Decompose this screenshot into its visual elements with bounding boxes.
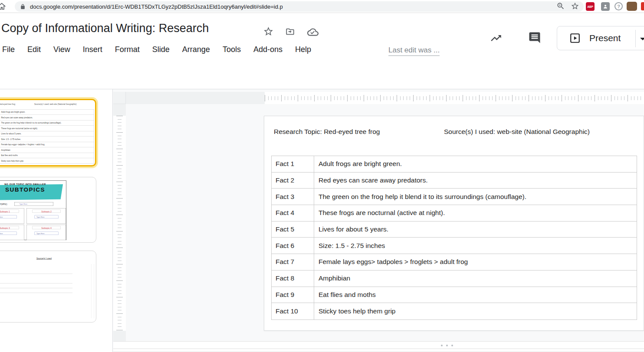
slide-filmstrip[interactable]: Research Topic: Red-eyed tree frog Sourc… bbox=[0, 89, 113, 352]
menu-view[interactable]: View bbox=[53, 45, 70, 54]
thumb1-sources-text: Source(s) I used: web-site (National Geo… bbox=[34, 103, 77, 105]
zoom-page-icon[interactable] bbox=[556, 2, 565, 10]
fact-table-row[interactable]: Fact 10 Sticky toes help them grip bbox=[272, 303, 637, 319]
menu-slide[interactable]: Slide bbox=[152, 45, 170, 54]
menu-tools[interactable]: Tools bbox=[223, 45, 241, 54]
present-label: Present bbox=[589, 33, 621, 43]
edge-extension-icon[interactable] bbox=[641, 2, 644, 10]
fact-table-row[interactable]: Fact 5 Lives for about 5 years. bbox=[272, 222, 637, 238]
thumb2-type-here-box: Type Here bbox=[0, 232, 17, 235]
fact-table-row[interactable]: Fact 4 These frogs are nocturnal (active… bbox=[272, 205, 637, 222]
fact-table-row[interactable]: Fact 7 Female lays eggs> tadpoles > frog… bbox=[272, 254, 637, 271]
fact-label-cell[interactable]: Fact 10 bbox=[272, 303, 314, 319]
thumb1-fact-row: Eat flies and moths bbox=[0, 153, 94, 159]
slide-thumbnail-1-selected[interactable]: Research Topic: Red-eyed tree frog Sourc… bbox=[0, 99, 96, 166]
browser-toolbar: docs.google.com/presentation/d/1Erc-WDB1… bbox=[0, 0, 644, 13]
menu-addons[interactable]: Add-ons bbox=[253, 45, 283, 54]
speaker-notes-area[interactable] bbox=[113, 349, 644, 352]
menu-arrange[interactable]: Arrange bbox=[182, 45, 210, 54]
thumb2-worksheet: NG OUR TOPIC INTO SMALLER SUBTOPICS TOPI… bbox=[0, 180, 66, 240]
browser-avatar-icon[interactable] bbox=[627, 2, 637, 11]
fact-table-row[interactable]: Fact 1 Adult frogs are bright green. bbox=[272, 156, 637, 173]
thumb2-subtopic1-cell: Subtopic 1 Type Here bbox=[0, 208, 24, 224]
vertical-ruler[interactable] bbox=[113, 104, 126, 341]
fact-label-cell[interactable]: Fact 4 bbox=[272, 205, 314, 221]
fact-text-cell[interactable]: Adult frogs are bright green. bbox=[314, 156, 637, 172]
menu-format[interactable]: Format bbox=[115, 45, 140, 54]
fact-table-row[interactable]: Fact 9 Eat flies and moths bbox=[272, 287, 637, 303]
thumb1-fact-row: The green on the frog help it blend it t… bbox=[0, 121, 94, 126]
thumb2-banner-line2: SUBTOPICS bbox=[0, 186, 66, 193]
fact-text-cell[interactable]: Eat flies and moths bbox=[314, 287, 637, 303]
thumb1-fact-row: Sticky toes help them grip bbox=[0, 158, 94, 164]
url-text[interactable]: docs.google.com/presentation/d/1Erc-WDB1… bbox=[30, 3, 283, 10]
thumb2-type-here-box: Type Here bbox=[35, 232, 59, 235]
fact-text-cell[interactable]: Size: 1.5 - 2.75 inches bbox=[314, 238, 637, 254]
thumb2-topic-label: TOPIC: bbox=[0, 202, 8, 205]
research-topic-text[interactable]: Research Topic: Red-eyed tree frog bbox=[274, 128, 380, 136]
document-title[interactable]: Copy of Informational Writing: Research bbox=[1, 22, 209, 35]
fact-label-cell[interactable]: Fact 5 bbox=[272, 222, 314, 238]
lock-icon bbox=[20, 3, 26, 10]
fact-text-cell[interactable]: The green on the frog help it blend it t… bbox=[314, 189, 637, 205]
menu-file[interactable]: File bbox=[2, 45, 15, 54]
sources-text[interactable]: Source(s) I used: web-site (National Geo… bbox=[444, 128, 590, 136]
thumb2-subtopic4-cell: Subtopic 4 Type Here bbox=[26, 225, 66, 240]
thumb1-fact-row: Amphibian bbox=[0, 147, 94, 153]
bookmark-star-icon[interactable] bbox=[571, 2, 579, 10]
fact-label-cell[interactable]: Fact 8 bbox=[272, 271, 314, 287]
menu-insert[interactable]: Insert bbox=[83, 45, 102, 54]
google-slides-app: { "browser": { "url": "docs.google.com/p… bbox=[0, 0, 644, 352]
cloud-saved-icon[interactable] bbox=[307, 27, 319, 36]
fact-label-cell[interactable]: Fact 3 bbox=[272, 189, 314, 205]
fact-label-cell[interactable]: Fact 9 bbox=[272, 287, 314, 303]
fact-text-cell[interactable]: Lives for about 5 years. bbox=[314, 222, 637, 238]
fact-text-cell[interactable]: These frogs are nocturnal (active at nig… bbox=[314, 205, 637, 221]
slide-thumbnail-3[interactable]: Source(s) I used bbox=[0, 251, 96, 323]
fact-text-cell[interactable]: Female lays eggs> tadpoles > froglets > … bbox=[314, 254, 637, 270]
thumb1-fact-row: Adult frogs are bright green. bbox=[0, 110, 94, 115]
fact-label-cell[interactable]: Fact 6 bbox=[272, 238, 314, 254]
horizontal-ruler[interactable] bbox=[126, 92, 644, 104]
menu-help[interactable]: Help bbox=[295, 45, 311, 54]
menu-edit[interactable]: Edit bbox=[27, 45, 41, 54]
fact-table-row[interactable]: Fact 6 Size: 1.5 - 2.75 inches bbox=[272, 238, 637, 254]
speaker-notes-divider[interactable] bbox=[113, 341, 644, 349]
fact-table-row[interactable]: Fact 2 Red eyes can scare away predators… bbox=[272, 173, 637, 189]
help-extension-icon[interactable]: ? bbox=[614, 2, 623, 10]
last-edit-link[interactable]: Last edit was ... bbox=[388, 46, 440, 56]
thumb3-vline bbox=[91, 264, 92, 318]
thumb1-fact-row: Female lays eggs> tadpoles > froglets > … bbox=[0, 142, 94, 148]
thumb1-topic-text: Research Topic: Red-eyed tree frog bbox=[0, 103, 15, 105]
fact-label-cell[interactable]: Fact 1 bbox=[272, 156, 314, 172]
fact-text-cell[interactable]: Red eyes can scare away predators. bbox=[314, 173, 637, 189]
thumb1-fact-row: These frogs are nocturnal (active at nig… bbox=[0, 126, 94, 131]
thumb2-subtopic3-cell: Subtopic 3 Type Here bbox=[0, 225, 24, 240]
thumb1-facts-table: Adult frogs are bright green. Red eyes c… bbox=[0, 109, 94, 164]
fact-label-cell[interactable]: Fact 2 bbox=[272, 173, 314, 189]
extension-icon[interactable] bbox=[601, 2, 610, 11]
fact-text-cell[interactable]: Sticky toes help them grip bbox=[314, 303, 637, 319]
adblock-extension-icon[interactable]: ABP bbox=[586, 2, 595, 11]
present-dropdown-caret-icon[interactable] bbox=[640, 37, 644, 41]
thumb2-subtopic1-label: Subtopic 1 bbox=[0, 210, 19, 213]
star-document-icon[interactable] bbox=[263, 26, 274, 37]
fact-text-cell[interactable]: Amphibian bbox=[314, 271, 637, 287]
fact-table-row[interactable]: Fact 8 Amphibian bbox=[272, 271, 637, 287]
move-to-folder-icon[interactable] bbox=[285, 27, 296, 36]
activity-trending-icon[interactable] bbox=[490, 32, 503, 44]
fact-label-cell[interactable]: Fact 7 bbox=[272, 254, 314, 270]
thumb3-ruled-lines bbox=[0, 264, 72, 318]
drag-handle-dots-icon[interactable] bbox=[441, 345, 453, 346]
present-button-divider bbox=[635, 30, 636, 47]
facts-table[interactable]: Fact 1 Adult frogs are bright green. Fac… bbox=[271, 156, 637, 320]
slide-thumbnail-2[interactable]: NG OUR TOPIC INTO SMALLER SUBTOPICS TOPI… bbox=[0, 177, 96, 243]
slide-canvas[interactable]: Research Topic: Red-eyed tree frog Sourc… bbox=[264, 116, 644, 331]
present-button[interactable]: Present bbox=[557, 26, 644, 50]
thumb1-fact-row: Size: 1.5 - 2.75 inches bbox=[0, 137, 94, 142]
url-bar[interactable]: docs.google.com/presentation/d/1Erc-WDB1… bbox=[15, 1, 584, 12]
present-play-icon bbox=[569, 33, 581, 44]
comments-icon[interactable] bbox=[528, 31, 542, 44]
home-icon[interactable] bbox=[0, 2, 7, 11]
fact-table-row[interactable]: Fact 3 The green on the frog help it ble… bbox=[272, 189, 637, 205]
